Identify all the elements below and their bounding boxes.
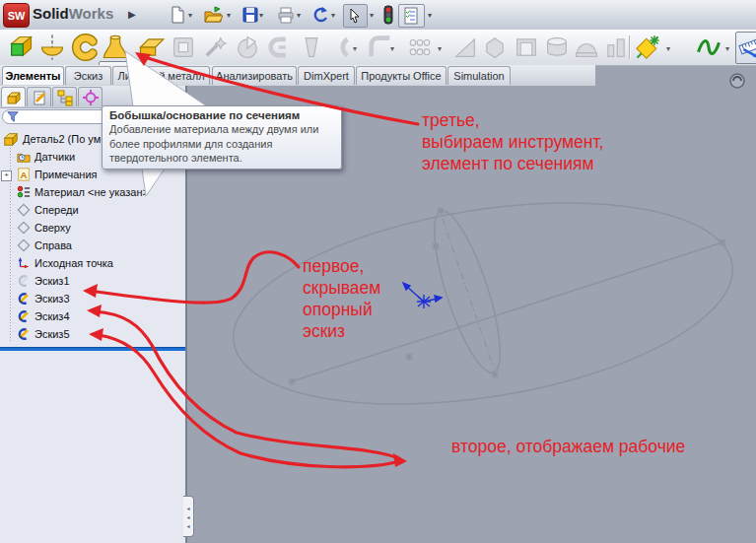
tree-item-label: Эскиз3 (34, 293, 70, 305)
tree-item-label: Примечания (34, 169, 98, 180)
plane-icon (17, 203, 31, 217)
swept-cut-icon (266, 34, 294, 61)
propertymanager-tab[interactable] (27, 87, 51, 106)
open-icon[interactable] (203, 5, 223, 25)
origin-icon (17, 256, 31, 270)
tree-item-label: Эскиз4 (34, 310, 70, 322)
dropdown-caret[interactable]: ▾ (428, 11, 432, 20)
title-bar: SW SolidWorks ▶ ▾ ▾ ▾ ▾ ▾ ▾ (0, 0, 756, 31)
chamfer-icon (481, 34, 509, 61)
new-document-icon[interactable] (168, 5, 187, 25)
tree-item-label: Датчики (34, 151, 75, 163)
menu-expand-arrow-icon[interactable]: ▶ (128, 9, 136, 20)
tree-item-right-plane[interactable]: Справа (0, 237, 185, 254)
save-icon[interactable] (241, 5, 260, 25)
tree-item-origin[interactable]: Исходная точка (0, 254, 185, 272)
dropdown-caret[interactable]: ▾ (666, 44, 670, 53)
tab-sheet-metal[interactable]: Листовой металл (112, 66, 210, 85)
configurationmanager-tab[interactable] (52, 87, 77, 106)
displaymanager-crosshair-icon (82, 89, 100, 106)
sketch-icon (17, 309, 31, 323)
brand-works: Works (69, 5, 114, 22)
lofted-cut-icon (298, 34, 325, 61)
solidworks-window: SW SolidWorks ▶ ▾ ▾ ▾ ▾ ▾ ▾ (0, 0, 756, 543)
collapse-arrow-icon: ◂ (186, 513, 189, 520)
dome-icon (573, 34, 600, 61)
command-tooltip: Бобышка/основание по сечениям Добавление… (102, 105, 342, 170)
sketch-point-markers (288, 207, 726, 385)
featuremanager-tree-icon (5, 89, 23, 106)
draft-icon (451, 34, 479, 61)
measure-ruler-icon (738, 34, 756, 60)
collapse-arrow-icon: ◂ (186, 522, 189, 529)
dropdown-caret[interactable]: ▾ (259, 11, 263, 20)
tree-item-material[interactable]: Материал <не указан> (0, 183, 185, 201)
tree-item-sketch1[interactable]: Эскиз1 (0, 272, 185, 290)
dropdown-caret[interactable]: ▾ (725, 44, 729, 53)
solidworks-logo-icon: SW (3, 3, 30, 28)
swept-boss-base-icon[interactable] (71, 34, 99, 61)
tab-simulation[interactable]: Simulation (447, 66, 511, 85)
annotations-icon: A (17, 168, 31, 181)
dropdown-caret[interactable]: ▾ (331, 11, 335, 20)
view-pane-toggle[interactable] (728, 72, 746, 90)
revolved-boss-base-icon[interactable] (38, 34, 66, 61)
sensors-folder-icon (17, 150, 31, 164)
tooltip-title: Бобышка/основание по сечениям (109, 109, 334, 121)
tree-item-sketch4[interactable]: Эскиз4 (0, 307, 185, 325)
commandmanager-tabstrip: Элементы Эскиз Листовой металл Анализиро… (0, 65, 595, 86)
sketch-icon (17, 292, 31, 305)
sketch-hidden-icon (17, 274, 31, 288)
traffic-light-icon[interactable] (382, 5, 394, 25)
dropdown-caret[interactable]: ▾ (227, 11, 231, 20)
tree-item-label: Исходная точка (34, 257, 113, 269)
tab-office-products[interactable]: Продукты Office (356, 66, 447, 85)
tree-item-front-plane[interactable]: Спереди (0, 201, 185, 219)
spline-curve-icon[interactable] (695, 34, 722, 61)
tree-item-label: Деталь2 (По ум (23, 133, 101, 145)
sketch-geometry (219, 171, 746, 436)
tree-item-label: Эскиз1 (34, 275, 70, 287)
collapse-arrow-icon: ◂ (186, 505, 189, 511)
extruded-boss-base-icon[interactable] (7, 34, 34, 61)
displaymanager-tab[interactable] (78, 87, 103, 106)
dropdown-caret[interactable]: ▾ (370, 11, 374, 20)
linear-pattern-icon (406, 34, 434, 61)
wrap-icon (543, 34, 571, 61)
undo-icon[interactable] (310, 5, 330, 25)
print-icon[interactable] (276, 5, 296, 25)
design-checker-button[interactable] (398, 4, 425, 28)
toolbar-separator (629, 35, 631, 59)
plane-icon (17, 221, 31, 235)
tree-item-sketch3[interactable]: Эскиз3 (0, 290, 185, 307)
tooltip-body: Добавление материала между двумя или бол… (109, 122, 334, 166)
dropdown-caret[interactable]: ▾ (297, 11, 301, 20)
boundary-boss-base-icon[interactable] (137, 34, 165, 61)
rib-icon (602, 34, 630, 61)
measure-button[interactable] (735, 32, 756, 64)
dropdown-caret: ▾ (353, 44, 357, 53)
part-icon (3, 131, 19, 147)
shell-icon (513, 34, 540, 61)
tree-item-label: Сверху (34, 222, 71, 234)
revolved-cut-icon (234, 34, 261, 61)
lofted-boss-base-icon[interactable] (102, 34, 129, 61)
instant3d-icon[interactable] (634, 34, 661, 61)
select-cursor-icon (345, 6, 365, 26)
panel-collapse-handle[interactable]: ◂ ◂ ◂ (183, 496, 194, 537)
svg-text:A: A (21, 170, 28, 180)
featuremanager-tab[interactable] (1, 87, 26, 106)
plane-icon (17, 238, 31, 252)
tab-sketch[interactable]: Эскиз (65, 66, 111, 85)
rollback-bar[interactable] (0, 347, 185, 351)
tab-evaluate[interactable]: Анализировать (212, 66, 297, 85)
tab-dimxpert[interactable]: DimXpert (298, 66, 355, 85)
tree-item-sketch5[interactable]: Эскиз5 (0, 325, 185, 343)
tab-elements[interactable]: Элементы (2, 66, 64, 85)
dropdown-caret[interactable]: ▾ (188, 11, 192, 20)
select-tool-button[interactable] (343, 4, 368, 28)
app-title: SolidWorks (33, 5, 113, 22)
design-checker-icon (401, 6, 421, 26)
tree-item-top-plane[interactable]: Сверху (0, 219, 185, 237)
origin-marker (403, 283, 442, 308)
